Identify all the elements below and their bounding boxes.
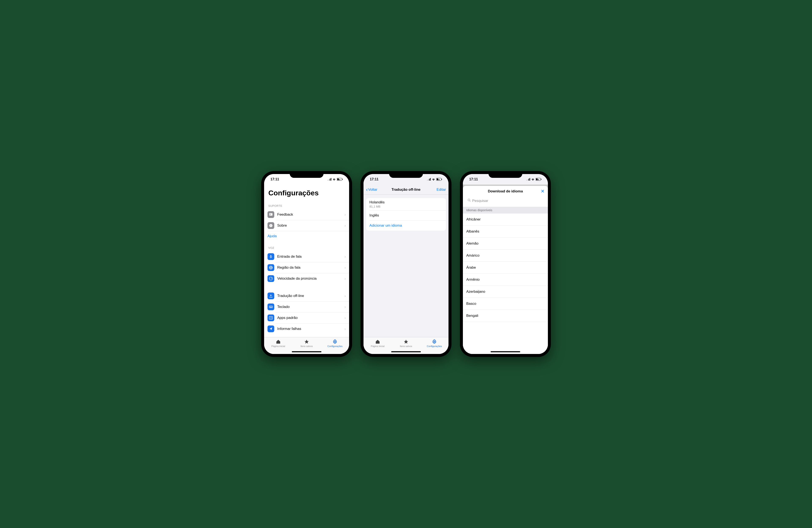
close-button[interactable]: ✕ xyxy=(541,188,545,194)
lang-row[interactable]: Alemão xyxy=(463,238,548,250)
chevron-right-icon: › xyxy=(345,294,346,298)
row-lang-dutch[interactable]: Holandês 81,1 MB xyxy=(366,198,446,210)
star-icon xyxy=(404,339,408,345)
lang-row[interactable]: Albanês xyxy=(463,226,548,238)
search-placeholder: Pesquisar xyxy=(472,199,488,203)
row-keyboard[interactable]: Teclado › xyxy=(264,301,349,312)
row-about[interactable]: Sobre › xyxy=(264,220,349,231)
signal-icon xyxy=(427,178,431,181)
lang-row[interactable]: Amárico xyxy=(463,250,548,262)
home-indicator[interactable] xyxy=(391,351,421,352)
arrow-right-icon xyxy=(267,315,274,321)
row-label: Feedback xyxy=(277,212,342,217)
status-time: 17:11 xyxy=(370,177,378,181)
lang-list[interactable]: Africâner Albanês Alemão Amárico Árabe A… xyxy=(463,213,548,354)
row-default-apps[interactable]: Apps padrão › xyxy=(264,312,349,323)
svg-rect-3 xyxy=(331,178,331,181)
back-button[interactable]: ‹ Voltar xyxy=(366,187,377,193)
chevron-right-icon: › xyxy=(345,327,346,331)
tab-label: Configurações xyxy=(328,345,343,347)
svg-rect-21 xyxy=(270,306,273,308)
home-indicator[interactable] xyxy=(292,351,321,352)
lang-section-header: Idiomas disponíveis xyxy=(463,207,548,213)
row-add-language[interactable]: Adicionar um idioma xyxy=(366,221,446,231)
spacer xyxy=(264,284,349,290)
svg-point-13 xyxy=(271,225,271,225)
row-speech-region[interactable]: Região da fala › xyxy=(264,262,349,273)
nav-bar: ‹ Voltar Tradução off-line Editar xyxy=(363,185,449,195)
speed-icon xyxy=(267,275,274,282)
row-lang-english[interactable]: Inglês xyxy=(366,210,446,221)
screen-settings: 17:11 28 Configurações SUPORTE xyxy=(264,174,349,354)
row-label: Região da fala xyxy=(277,266,342,270)
tab-label: Página inicial xyxy=(371,345,385,347)
svg-point-36 xyxy=(434,341,435,342)
lang-row[interactable]: Azerbaijano xyxy=(463,286,548,298)
svg-rect-43 xyxy=(541,179,541,180)
svg-rect-30 xyxy=(429,179,430,181)
battery-icon: 28 xyxy=(436,178,442,181)
search-icon xyxy=(467,198,471,203)
row-label: Velocidade da pronúncia xyxy=(277,276,342,281)
row-speech-speed[interactable]: Velocidade da pronúncia › xyxy=(264,273,349,284)
svg-line-46 xyxy=(470,201,470,201)
section-header-support: SUPORTE xyxy=(264,199,349,209)
svg-rect-14 xyxy=(271,255,271,257)
phone-2: 17:11 28 ‹ Voltar Tradução off-line Edit… xyxy=(361,171,451,357)
row-report[interactable]: Informar falhas › xyxy=(264,323,349,334)
svg-rect-9 xyxy=(270,214,271,214)
gear-icon xyxy=(332,339,337,345)
svg-rect-39 xyxy=(528,179,529,181)
tab-label: Página inicial xyxy=(272,345,285,347)
star-icon xyxy=(304,339,309,345)
svg-line-20 xyxy=(271,278,272,278)
feedback-icon xyxy=(267,211,274,218)
svg-rect-29 xyxy=(428,179,429,181)
row-feedback[interactable]: Feedback › xyxy=(264,209,349,220)
row-label: Teclado xyxy=(277,305,342,309)
notch xyxy=(489,171,522,178)
tab-settings[interactable]: Configurações xyxy=(420,339,449,354)
tab-home[interactable]: Página inicial xyxy=(363,339,392,354)
battery-icon: 28 xyxy=(337,178,343,181)
wifi-icon xyxy=(531,178,535,181)
search-input[interactable]: Pesquisar xyxy=(465,197,545,205)
svg-rect-34 xyxy=(441,179,442,180)
tab-home[interactable]: Página inicial xyxy=(264,339,292,354)
signal-icon xyxy=(526,178,530,181)
offline-content: Holandês 81,1 MB Inglês Adicionar um idi… xyxy=(363,195,449,337)
phone-1: 17:11 28 Configurações SUPORTE xyxy=(261,171,352,357)
tab-label: Itens salvos xyxy=(301,345,313,347)
info-icon xyxy=(267,222,274,229)
row-label: Apps padrão xyxy=(277,316,342,320)
lang-row[interactable]: Africâner xyxy=(463,213,548,226)
status-right: 28 xyxy=(427,178,442,181)
svg-rect-12 xyxy=(271,225,271,226)
edit-button[interactable]: Editar xyxy=(437,187,446,192)
phone-3: 17:11 28 Download de idioma ✕ Pesquisar xyxy=(460,171,551,357)
lang-row[interactable]: Árabe xyxy=(463,262,548,274)
status-time: 17:11 xyxy=(469,177,478,181)
lang-row[interactable]: Armênio xyxy=(463,274,548,286)
lang-row[interactable]: Basco xyxy=(463,298,548,310)
row-offline[interactable]: Tradução off-line › xyxy=(264,290,349,301)
home-icon xyxy=(276,339,281,345)
chevron-left-icon: ‹ xyxy=(366,187,368,193)
row-help[interactable]: Ajuda xyxy=(264,231,349,241)
wifi-icon xyxy=(432,178,435,181)
tab-settings[interactable]: Configurações xyxy=(321,339,349,354)
lang-row[interactable]: Bengali xyxy=(463,310,548,322)
svg-rect-6 xyxy=(342,179,343,180)
svg-rect-38 xyxy=(527,179,528,181)
home-indicator[interactable] xyxy=(491,351,520,352)
tab-label: Itens salvos xyxy=(400,345,412,347)
list-group-languages: Holandês 81,1 MB Inglês Adicionar um idi… xyxy=(366,198,446,231)
signal-icon xyxy=(328,178,331,181)
chevron-right-icon: › xyxy=(345,255,346,259)
svg-point-27 xyxy=(334,341,336,342)
svg-point-23 xyxy=(270,306,270,307)
status-right: 28 xyxy=(328,178,343,181)
row-speech-input[interactable]: Entrada de fala › xyxy=(264,251,349,262)
svg-rect-28 xyxy=(427,180,427,181)
row-label: Informar falhas xyxy=(277,327,342,331)
